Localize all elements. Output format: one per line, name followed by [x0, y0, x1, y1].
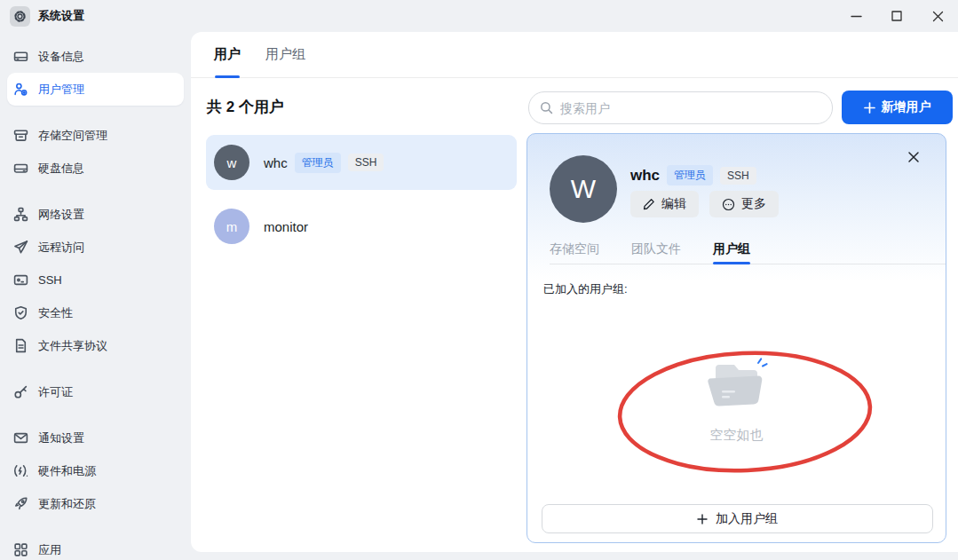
- pencil-icon: [643, 198, 655, 210]
- window-controls: [835, 0, 958, 32]
- detail-tabs: 存储空间 团队文件 用户组: [550, 233, 946, 264]
- sidebar-item-label: 远程访问: [38, 240, 84, 256]
- sidebar-item-label: 硬盘信息: [38, 161, 84, 177]
- sidebar-item-label: 存储空间管理: [38, 128, 107, 144]
- system-settings-window: 系统设置 设备信息 用户管理 存储空间管理: [0, 0, 958, 560]
- terminal-icon: [13, 272, 28, 288]
- tab-user-groups[interactable]: 用户组: [265, 32, 305, 78]
- sidebar-item-label: 用户管理: [38, 82, 84, 98]
- join-group-button[interactable]: 加入用户组: [542, 504, 933, 533]
- envelope-icon: [13, 430, 28, 446]
- sidebar-item-label: 许可证: [38, 384, 73, 400]
- more-label: 更多: [741, 196, 766, 212]
- users-icon: [13, 82, 28, 97]
- sidebar-item-security[interactable]: 安全性: [0, 296, 191, 329]
- sidebar-item-label: SSH: [38, 273, 62, 287]
- sidebar-item-ssh[interactable]: SSH: [0, 264, 191, 296]
- plus-icon: [697, 514, 708, 525]
- sidebar-item-label: 硬件和电源: [38, 463, 96, 479]
- sidebar-item-disk-info[interactable]: 硬盘信息: [0, 152, 191, 185]
- minimize-icon: [851, 11, 862, 22]
- user-name: monitor: [264, 219, 308, 234]
- sidebar-item-label: 安全性: [38, 305, 73, 321]
- document-icon: [13, 338, 28, 353]
- sidebar-item-network-settings[interactable]: 网络设置: [0, 198, 191, 231]
- shield-check-icon: [13, 305, 28, 320]
- close-button[interactable]: [917, 0, 958, 32]
- sidebar-item-label: 文件共享协议: [38, 338, 107, 354]
- hard-disk-icon: [13, 161, 28, 176]
- settings-gear-icon: [10, 6, 30, 27]
- add-user-label: 新增用户: [882, 99, 931, 115]
- power-energy-icon: [13, 463, 28, 478]
- maximize-icon: [891, 11, 902, 21]
- admin-badge: 管理员: [295, 153, 341, 173]
- admin-badge: 管理员: [667, 165, 713, 185]
- paper-plane-icon: [13, 240, 28, 255]
- search-icon: [540, 101, 553, 114]
- user-row-whc[interactable]: w whc 管理员 SSH: [206, 135, 517, 190]
- user-search[interactable]: [528, 91, 833, 124]
- user-name: whc: [264, 155, 288, 170]
- avatar: m: [214, 209, 249, 244]
- sidebar: 设备信息 用户管理 存储空间管理 硬盘信息 网络设置 远程访问 SSH: [0, 32, 191, 560]
- plus-icon: [864, 102, 875, 114]
- empty-folder-icon: [698, 356, 776, 411]
- detail-actions: 编辑 更多: [630, 191, 779, 217]
- sidebar-item-storage-management[interactable]: 存储空间管理: [0, 119, 191, 152]
- maximize-button[interactable]: [876, 0, 917, 32]
- empty-state: 空空如也: [527, 356, 946, 444]
- network-icon: [13, 207, 28, 222]
- search-input[interactable]: [560, 101, 821, 115]
- sidebar-item-device-info[interactable]: 设备信息: [0, 40, 191, 73]
- sidebar-item-label: 通知设置: [38, 430, 84, 446]
- tab-team-files[interactable]: 团队文件: [631, 233, 681, 264]
- apps-grid-icon: [13, 542, 28, 557]
- storage-box-icon: [13, 128, 28, 143]
- sidebar-item-user-management[interactable]: 用户管理: [7, 73, 184, 106]
- main-panel: 用户 用户组 共 2 个用户 新增用户 w whc 管理员 SSH m moni…: [191, 32, 958, 552]
- user-detail-card: W whc 管理员 SSH 编辑 更多 存储空间 团队文件 用户组: [527, 133, 946, 543]
- user-count-heading: 共 2 个用户: [207, 97, 284, 117]
- window-title: 系统设置: [38, 8, 84, 24]
- detail-avatar: W: [550, 155, 617, 223]
- tab-storage-space[interactable]: 存储空间: [550, 233, 599, 264]
- empty-state-text: 空空如也: [710, 427, 764, 444]
- sidebar-item-label: 设备信息: [38, 49, 84, 65]
- sidebar-item-label: 应用: [38, 542, 61, 558]
- more-button[interactable]: 更多: [709, 191, 779, 217]
- sidebar-item-notification-settings[interactable]: 通知设置: [0, 422, 191, 454]
- edit-label: 编辑: [661, 196, 686, 212]
- sidebar-item-hardware-power[interactable]: 硬件和电源: [0, 454, 191, 487]
- add-user-button[interactable]: 新增用户: [842, 91, 953, 124]
- card-close-button[interactable]: [905, 148, 922, 166]
- tab-users[interactable]: 用户: [214, 32, 241, 78]
- key-icon: [13, 384, 28, 399]
- ssh-badge: SSH: [720, 167, 756, 185]
- sidebar-item-update-restore[interactable]: 更新和还原: [0, 487, 191, 520]
- titlebar: 系统设置: [0, 0, 958, 32]
- close-icon: [907, 151, 920, 163]
- user-row-monitor[interactable]: m monitor: [206, 199, 517, 254]
- sidebar-item-label: 网络设置: [38, 207, 84, 223]
- join-group-label: 加入用户组: [716, 511, 778, 527]
- detail-user-name: whc: [630, 167, 660, 185]
- detail-name-row: whc 管理员 SSH: [630, 165, 756, 185]
- ellipsis-circle-icon: [722, 198, 735, 211]
- rocket-icon: [13, 496, 28, 511]
- main-tabs: 用户 用户组: [191, 32, 958, 78]
- ssh-badge: SSH: [348, 154, 384, 171]
- tab-user-groups[interactable]: 用户组: [713, 233, 750, 264]
- sidebar-item-license[interactable]: 许可证: [0, 375, 191, 408]
- avatar: w: [214, 145, 249, 180]
- device-info-icon: [13, 49, 28, 64]
- close-icon: [932, 11, 944, 22]
- sidebar-item-file-sharing[interactable]: 文件共享协议: [0, 329, 191, 362]
- sidebar-item-label: 更新和还原: [38, 496, 96, 512]
- sidebar-item-apps[interactable]: 应用: [0, 533, 191, 560]
- minimize-button[interactable]: [835, 0, 876, 32]
- sidebar-item-remote-access[interactable]: 远程访问: [0, 231, 191, 264]
- joined-groups-label: 已加入的用户组:: [543, 281, 628, 297]
- edit-button[interactable]: 编辑: [630, 191, 699, 217]
